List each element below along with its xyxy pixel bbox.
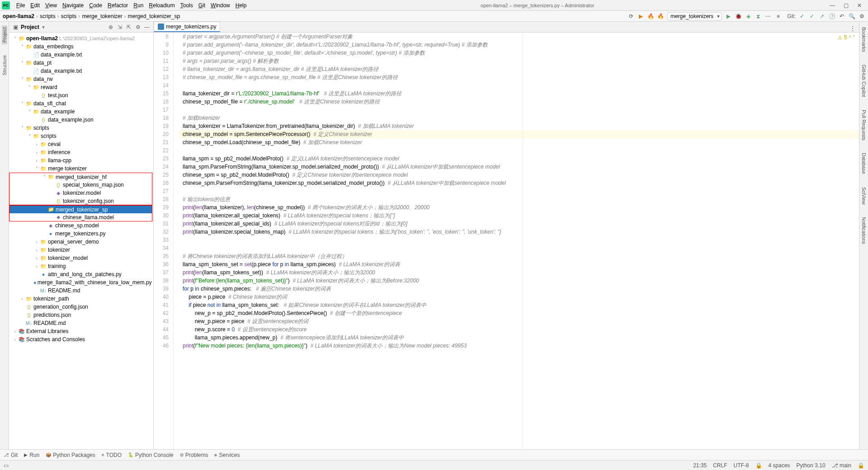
minimize-button[interactable]: — [826, 2, 839, 9]
menu-window[interactable]: Window [208, 1, 233, 9]
reloadium-fire-icon[interactable]: 🔥 [647, 13, 655, 20]
git-update-icon[interactable]: ✓ [798, 13, 806, 20]
git-push-icon[interactable]: ↗ [818, 13, 826, 20]
code-line[interactable]: llama_spm.ParseFromString(llama_tokenize… [179, 163, 859, 171]
tree-node[interactable]: ●merge_llama2_with_chinese_lora_low_mem.… [9, 278, 153, 287]
tree-node[interactable]: ˅📁data_pt [9, 59, 153, 67]
tree-node[interactable]: ˅📁data_rw [9, 75, 153, 83]
menu-reloadium[interactable]: Reloadium [146, 1, 177, 9]
code-line[interactable]: chinese_sp_model_file = r'./chinese_sp.m… [179, 98, 859, 106]
code-line[interactable]: llama_tokenizer = LlamaTokenizer.from_pr… [179, 122, 859, 130]
tree-node[interactable]: ›📚External Libraries [9, 327, 153, 335]
code-line[interactable]: # args = parser.parse_args() # 解析参数 [179, 57, 859, 65]
code-line[interactable]: print(f"Before:{len(llama_spm_tokens_set… [179, 277, 859, 285]
settings-icon[interactable]: ⚙ [858, 13, 865, 20]
coverage-icon[interactable]: ◈ [745, 13, 752, 20]
code-line[interactable]: piece = p.piece # Chinese tokenizer的词 [179, 293, 859, 301]
profile-icon[interactable]: ⧗ [755, 13, 762, 20]
project-tree[interactable]: ˅📁open-llama2 L:\20230903_Llama2\open-ll… [9, 33, 153, 449]
tool-tab-pullrequests[interactable]: Pull Requests [861, 108, 867, 142]
menu-git[interactable]: Git [196, 1, 208, 9]
collapse-all-icon[interactable]: ⇱ [125, 24, 132, 30]
menu-refactor[interactable]: Refactor [105, 1, 131, 9]
code-line[interactable] [179, 244, 859, 252]
code-line[interactable]: print(len(llama_tokenizer), len(chinese_… [179, 203, 859, 212]
code-line[interactable]: # parser.add_argument('--chinese_sp_mode… [179, 49, 859, 57]
tool-tab-sciview[interactable]: SciView [861, 185, 867, 207]
stop-icon[interactable]: ■ [774, 13, 782, 20]
breadcrumb-item[interactable]: scripts [40, 13, 56, 19]
run-config-selector[interactable]: merge_tokenizers [667, 12, 722, 20]
hide-panel-icon[interactable]: — [143, 24, 151, 30]
tree-node[interactable]: {}predictions.json [9, 311, 153, 319]
tool-python-console[interactable]: 🐍Python Console [128, 452, 174, 458]
panel-settings-icon[interactable]: ⚙ [134, 24, 142, 30]
menu-navigate[interactable]: Navigate [60, 1, 86, 9]
code-line[interactable]: print(llama_tokenizer.all_special_tokens… [179, 212, 859, 220]
breadcrumb-item[interactable]: merged_tokenizer_sp [128, 13, 180, 19]
menu-tools[interactable]: Tools [178, 1, 196, 9]
code-line[interactable]: chinese_sp_model.Load(chinese_sp_model_f… [179, 138, 859, 146]
tool-python-packages[interactable]: 📦Python Packages [46, 452, 95, 458]
code-line[interactable]: chinese_sp_model = spm.SentencePieceProc… [179, 130, 859, 138]
tool-git[interactable]: ⎇Git [4, 452, 18, 458]
close-button[interactable]: ✕ [853, 2, 866, 9]
code-line[interactable]: new_p = sp_pb2_model.ModelProto().Senten… [179, 309, 859, 317]
code-line[interactable]: new_p.score = 0 # 设置sentencepiece的score [179, 325, 859, 334]
maximize-button[interactable]: ▢ [839, 2, 853, 9]
status-message-icon[interactable]: ▭ [4, 462, 9, 469]
tree-node[interactable]: ˅📁merged_tokenizer_sp [9, 205, 152, 213]
tree-node[interactable]: ˅📁data_sft_chat [9, 99, 153, 108]
menu-file[interactable]: File [14, 1, 28, 9]
breadcrumb-item[interactable]: scripts [61, 13, 77, 19]
code-line[interactable]: llama_spm = sp_pb2_model.ModelProto() # … [179, 155, 859, 163]
tree-node[interactable]: ˅📁merged_tokenizer_hf [9, 173, 152, 181]
tool-services[interactable]: ⎈Services [214, 452, 240, 458]
tool-tab-structure[interactable]: Structure [2, 53, 7, 77]
tree-node[interactable]: ●merge_tokenizers.py [9, 230, 153, 238]
code-line[interactable]: # parser = argparse.ArgumentParser() # 创… [179, 33, 859, 41]
code-line[interactable] [179, 106, 859, 114]
tree-node[interactable]: ›📁tokenizer_model [9, 254, 153, 262]
code-line[interactable]: print(len(llama_spm_tokens_set)) # LLaMA… [179, 268, 859, 277]
reloadium-debug-icon[interactable]: 🔥 [657, 13, 665, 20]
locate-icon[interactable]: ⊕ [107, 24, 114, 30]
tree-node[interactable]: ˅📁data_example [9, 108, 153, 116]
tree-node[interactable]: {}test.json [9, 91, 153, 99]
tree-node[interactable]: ˅📁data_embedings [9, 42, 153, 51]
menu-run[interactable]: Run [131, 1, 146, 9]
code-area[interactable]: ⚠ 5 ^ ˅ # parser = argparse.ArgumentPars… [179, 33, 859, 449]
tree-node[interactable]: ◆chinese_llama.model [9, 213, 152, 221]
code-line[interactable]: if piece not in llama_spm_tokens_set: # … [179, 301, 859, 309]
git-commit-icon[interactable]: ✓ [808, 13, 816, 20]
tree-node[interactable]: ◆tokenizer.model [9, 189, 152, 197]
editor-tab[interactable]: merge_tokenizers.py [154, 22, 220, 32]
menu-view[interactable]: View [42, 1, 60, 9]
tree-node[interactable]: {}generation_config.json [9, 303, 153, 311]
status-interpreter[interactable]: Python 3.10 [797, 462, 826, 469]
tree-node[interactable]: ˅📁open-llama2 L:\20230903_Llama2\open-ll… [9, 34, 153, 42]
menu-edit[interactable]: Edit [28, 1, 42, 9]
git-rollback-icon[interactable]: ↶ [838, 13, 845, 20]
tree-node[interactable]: ●attn_and_long_ctx_patches.py [9, 270, 153, 278]
code-line[interactable]: chinese_spm.ParseFromString(llama_tokeni… [179, 179, 859, 187]
code-line[interactable] [179, 81, 859, 89]
breadcrumb-item[interactable]: merge_tokenizer [82, 13, 122, 19]
run-icon[interactable]: ▶ [725, 13, 732, 20]
search-everywhere-icon[interactable]: 🔍 [848, 13, 855, 20]
readonly-lock-icon[interactable]: 🔒 [755, 462, 762, 469]
tool-tab-notifications[interactable]: Notifications [861, 215, 867, 246]
more-run-icon[interactable]: ⋯ [764, 13, 772, 20]
code-line[interactable]: llama_spm.pieces.append(new_p) # 将senten… [179, 334, 859, 342]
code-line[interactable]: llama_tokenizer_dir = r'L:/20230902_Llam… [179, 89, 859, 98]
status-caret-pos[interactable]: 21:35 [693, 462, 707, 469]
tree-node[interactable]: ›📁ceval [9, 140, 153, 148]
code-line[interactable]: print(llama_tokenizer.special_tokens_map… [179, 228, 859, 236]
tree-node[interactable]: ◆chinese_sp.model [9, 221, 153, 230]
status-line-sep[interactable]: CRLF [713, 462, 727, 469]
code-line[interactable]: # 加载tokenizer [179, 114, 859, 122]
menu-help[interactable]: Help [233, 1, 250, 9]
code-line[interactable] [179, 187, 859, 195]
code-line[interactable]: # chinese_sp_model_file = args.chinese_s… [179, 73, 859, 81]
editor-more-icon[interactable]: ⋮ [849, 25, 856, 32]
